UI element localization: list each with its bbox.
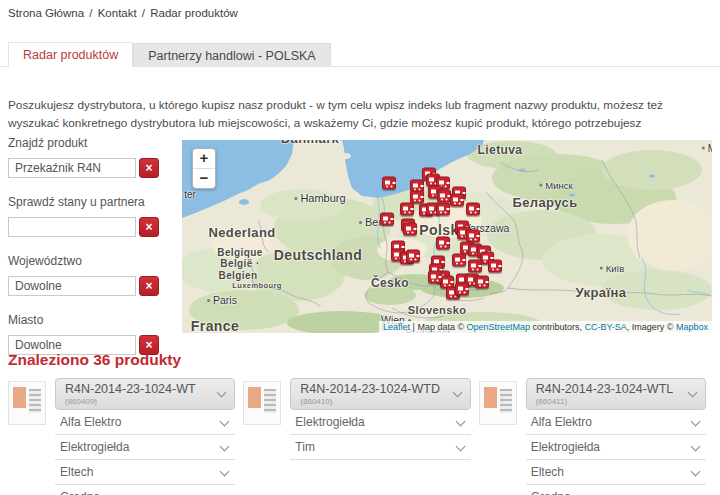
- distributor-row[interactable]: Eltech: [526, 460, 706, 485]
- filter-row: ×: [8, 217, 166, 237]
- filter-row: ×: [8, 158, 166, 178]
- find-product-input[interactable]: [8, 158, 136, 178]
- chevron-down-icon: [691, 492, 701, 495]
- distributor-truck-marker-icon[interactable]: [437, 190, 451, 203]
- product-name: R4N-2014-23-1024-WTD: [300, 382, 447, 396]
- distributor-truck-marker-icon[interactable]: [380, 213, 394, 226]
- chevron-down-icon: [217, 388, 227, 398]
- filter-group: Sprawdź stany u partnera×: [8, 195, 166, 237]
- breadcrumb-separator: /: [86, 7, 96, 19]
- distributor-name: Tim: [295, 440, 315, 454]
- product-card: R4N-2014-23-1024-WT(860409)Alfa ElektroE…: [8, 378, 235, 495]
- distributor-row[interactable]: Alfa Elektro: [526, 410, 706, 435]
- product-image: [479, 381, 517, 425]
- product-dropdown[interactable]: R4N-2014-23-1024-WT(860409): [55, 378, 235, 410]
- distributor-truck-marker-icon[interactable]: [382, 177, 396, 190]
- distributor-name: Grodno: [60, 490, 100, 495]
- product-card: R4N-2014-23-1024-WTD(860410)Elektrogiełd…: [243, 378, 470, 495]
- distributor-name: Elektrogiełda: [60, 440, 129, 454]
- product-image: [8, 381, 46, 425]
- product-card: R4N-2014-23-1024-WTL(860411)Alfa Elektro…: [479, 378, 706, 495]
- distributor-truck-marker-icon[interactable]: [455, 283, 469, 296]
- chevron-down-icon: [220, 442, 230, 452]
- tab-radar-produktow[interactable]: Radar produktów: [8, 42, 133, 67]
- distributor-row[interactable]: Tim: [290, 435, 470, 460]
- distributor-name: Alfa Elektro: [60, 415, 121, 429]
- chevron-down-icon: [688, 388, 698, 398]
- filter-group: Miasto×: [8, 313, 166, 355]
- distributor-truck-marker-icon[interactable]: [436, 203, 450, 216]
- map-zoom-control: + −: [192, 148, 216, 189]
- filter-panel: Znajdź produkt×Sprawdź stany u partnera×…: [8, 136, 166, 372]
- chevron-down-icon: [691, 467, 701, 477]
- distributor-truck-marker-icon[interactable]: [403, 223, 417, 236]
- distributor-map[interactable]: + − Leaflet | Map data © OpenStreetMap c…: [182, 140, 712, 333]
- filter-label: Miasto: [8, 313, 166, 327]
- distributor-truck-marker-icon[interactable]: [436, 237, 450, 250]
- product-content: R4N-2014-23-1024-WTD(860410)Elektrogiełd…: [290, 378, 470, 460]
- distributor-truck-marker-icon[interactable]: [450, 194, 464, 207]
- intro-text: Poszukujesz dystrybutora, u którego kupi…: [8, 96, 714, 133]
- distributor-name: Elektrogiełda: [295, 415, 364, 429]
- product-dropdown[interactable]: R4N-2014-23-1024-WTL(860411): [526, 378, 706, 410]
- chevron-down-icon: [455, 442, 465, 452]
- filter-label: Znajdź produkt: [8, 136, 166, 150]
- distributor-truck-marker-icon[interactable]: [468, 260, 482, 273]
- distributor-truck-marker-icon[interactable]: [428, 271, 442, 284]
- distributor-row[interactable]: Eltech: [55, 460, 235, 485]
- distributor-truck-marker-icon[interactable]: [410, 191, 424, 204]
- distributor-truck-marker-icon[interactable]: [406, 250, 420, 263]
- tab-partnerzy-handlowi[interactable]: Partnerzy handlowi - POLSKA: [133, 43, 330, 67]
- distributor-name: Alfa Elektro: [531, 415, 592, 429]
- tab-bar: Radar produktówPartnerzy handlowi - POLS…: [0, 42, 720, 67]
- filter-group: Województwo×: [8, 254, 166, 296]
- product-code: (860410): [300, 397, 447, 406]
- clear-filter-button[interactable]: ×: [139, 158, 159, 178]
- chevron-down-icon: [455, 417, 465, 427]
- clear-filter-button[interactable]: ×: [139, 276, 159, 296]
- chevron-down-icon: [452, 388, 462, 398]
- distributor-row[interactable]: Grodno: [526, 485, 706, 495]
- chevron-down-icon: [220, 492, 230, 495]
- distributor-name: Eltech: [60, 465, 93, 479]
- attribution-link[interactable]: Mapbox: [676, 322, 708, 332]
- breadcrumb-item[interactable]: Kontakt: [98, 7, 137, 19]
- distributor-truck-marker-icon[interactable]: [488, 260, 502, 273]
- distributor-name: Grodno: [531, 490, 571, 495]
- distributor-truck-marker-icon[interactable]: [466, 203, 480, 216]
- filter-label: Województwo: [8, 254, 166, 268]
- product-code: (860411): [536, 397, 683, 406]
- distributor-row[interactable]: Grodno: [55, 485, 235, 495]
- chevron-down-icon: [691, 417, 701, 427]
- attribution-text: , Imagery ©: [627, 322, 676, 332]
- attribution-link[interactable]: CC-BY-SA: [585, 322, 627, 332]
- zoom-out-button[interactable]: −: [193, 168, 215, 188]
- distributor-row[interactable]: Elektrogiełda: [290, 410, 470, 435]
- product-code: (860409): [65, 397, 212, 406]
- partner-stock-input[interactable]: [8, 217, 136, 237]
- distributor-truck-marker-icon[interactable]: [452, 254, 466, 267]
- clear-filter-button[interactable]: ×: [139, 217, 159, 237]
- distributor-name: Eltech: [531, 465, 564, 479]
- product-name: R4N-2014-23-1024-WT: [65, 382, 212, 396]
- attribution-link[interactable]: OpenStreetMap: [467, 322, 531, 332]
- product-dropdown[interactable]: R4N-2014-23-1024-WTD(860410): [290, 378, 470, 410]
- distributor-row[interactable]: Elektrogiełda: [526, 435, 706, 460]
- map-attribution: Leaflet | Map data © OpenStreetMap contr…: [379, 321, 712, 333]
- voivodeship-input[interactable]: [8, 276, 136, 296]
- chevron-down-icon: [691, 442, 701, 452]
- products-grid: R4N-2014-23-1024-WT(860409)Alfa ElektroE…: [8, 378, 714, 495]
- distributor-truck-marker-icon[interactable]: [400, 203, 414, 216]
- attribution-link[interactable]: Leaflet: [383, 322, 410, 332]
- breadcrumb-item[interactable]: Radar produktów: [150, 7, 238, 19]
- distributor-name: Elektrogiełda: [531, 440, 600, 454]
- filter-group: Znajdź produkt×: [8, 136, 166, 178]
- distributor-row[interactable]: Elektrogiełda: [55, 435, 235, 460]
- zoom-in-button[interactable]: +: [193, 149, 215, 168]
- attribution-text: | Map data ©: [410, 322, 467, 332]
- distributor-truck-marker-icon[interactable]: [475, 276, 489, 289]
- chevron-down-icon: [220, 417, 230, 427]
- distributor-row[interactable]: Alfa Elektro: [55, 410, 235, 435]
- breadcrumb-item[interactable]: Strona Główna: [8, 7, 84, 19]
- chevron-down-icon: [220, 467, 230, 477]
